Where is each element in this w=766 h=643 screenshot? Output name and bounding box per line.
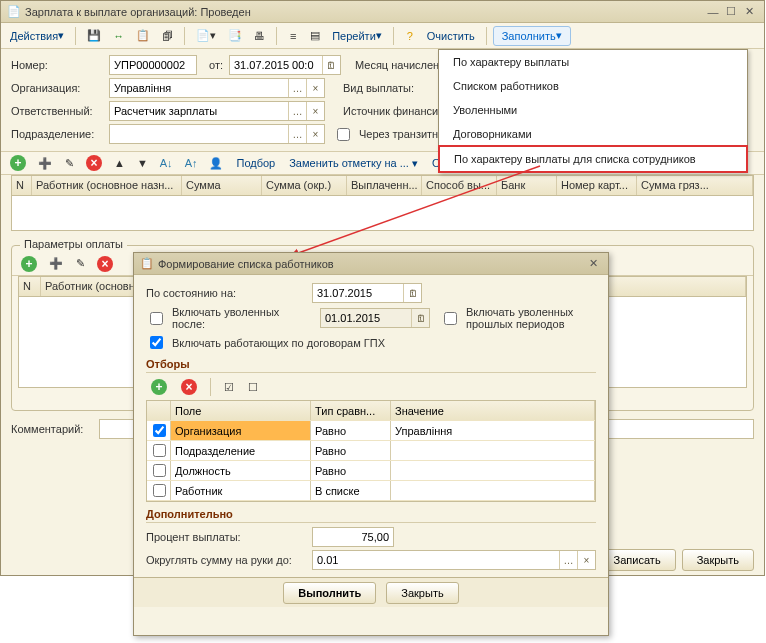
add-row-icon[interactable]: + [5, 153, 31, 173]
paytype-label: Вид выплаты: [343, 82, 414, 94]
minimize-button[interactable]: — [704, 6, 722, 18]
run-button[interactable]: Выполнить [283, 582, 376, 604]
sort-desc-icon[interactable]: A↑ [180, 153, 203, 173]
clear-icon[interactable]: × [306, 79, 324, 97]
clear-icon[interactable]: × [577, 551, 595, 569]
fill-by-paytype-for-list[interactable]: По характеру выплаты для списка сотрудни… [438, 145, 748, 173]
person-icon[interactable]: 👤 [204, 153, 228, 173]
filter-del-icon[interactable]: × [176, 377, 202, 397]
col-card[interactable]: Номер карт... [557, 176, 637, 195]
filter-row-org[interactable]: Организация Равно Управління [147, 421, 595, 441]
replace-mark-button[interactable]: Заменить отметку на ... ▾ [283, 157, 424, 170]
select-icon[interactable]: … [559, 551, 577, 569]
round-field[interactable]: …× [312, 550, 596, 570]
fcol-chk[interactable] [147, 401, 171, 420]
col-n[interactable]: N [12, 176, 32, 195]
fill-by-fired[interactable]: Уволенными [439, 98, 747, 122]
fcol-compare[interactable]: Тип сравн... [311, 401, 391, 420]
modal-title: Формирование списка работников [158, 258, 584, 270]
add-row-icon[interactable]: + [16, 254, 42, 274]
filter-dept-checkbox[interactable] [153, 444, 166, 457]
filter-employee-checkbox[interactable] [153, 484, 166, 497]
fill-by-employee-list[interactable]: Списком работников [439, 74, 747, 98]
filters-grid[interactable]: Поле Тип сравн... Значение Организация Р… [146, 400, 596, 502]
inc-fired-date-field[interactable]: 🗓 [320, 308, 430, 328]
app-icon: 📄 [7, 5, 21, 19]
filter-uncheck-icon[interactable]: ☐ [243, 377, 263, 397]
insert-row-icon[interactable]: ➕ [33, 153, 57, 173]
edit-row-icon[interactable]: ✎ [70, 254, 90, 274]
inc-fired-past-checkbox[interactable] [444, 312, 457, 325]
fcol-field[interactable]: Поле [171, 401, 311, 420]
transit-checkbox[interactable] [337, 128, 350, 141]
clear-button[interactable]: Очистить [422, 26, 480, 46]
filter-row-position[interactable]: Должность Равно [147, 461, 595, 481]
filter-org-checkbox[interactable] [153, 424, 166, 437]
edit-row-icon[interactable]: ✎ [59, 153, 79, 173]
help-icon[interactable]: ? [400, 26, 420, 46]
filter-position-checkbox[interactable] [153, 464, 166, 477]
maximize-button[interactable]: ☐ [722, 5, 740, 18]
modal-close-button[interactable]: Закрыть [386, 582, 458, 604]
filter-check-icon[interactable]: ☑ [219, 377, 239, 397]
calendar-icon[interactable]: 🗓 [403, 284, 421, 302]
select-icon[interactable]: … [288, 102, 306, 120]
col-sum-round[interactable]: Сумма (окр.) [262, 176, 347, 195]
list-icon[interactable]: ≡ [283, 26, 303, 46]
copy-doc-icon[interactable]: 📋 [131, 26, 155, 46]
asof-field[interactable]: 🗓 [312, 283, 422, 303]
inc-fired-checkbox[interactable] [150, 312, 163, 325]
org-field[interactable]: …× [109, 78, 325, 98]
date-field[interactable]: 🗓 [229, 55, 341, 75]
col-sum[interactable]: Сумма [182, 176, 262, 195]
selection-button[interactable]: Подбор [230, 157, 281, 169]
save-button[interactable]: Записать [599, 549, 676, 571]
subcol-n[interactable]: N [19, 277, 41, 296]
dept-field[interactable]: …× [109, 124, 325, 144]
pct-field[interactable] [312, 527, 394, 547]
fill-menu[interactable]: Заполнить ▾ [493, 26, 571, 46]
comment-label: Комментарий: [11, 423, 93, 435]
post-icon[interactable]: ↔ [108, 26, 129, 46]
report-icon[interactable]: 📑 [223, 26, 247, 46]
filter-row-employee[interactable]: Работник В списке [147, 481, 595, 501]
save-icon[interactable]: 💾 [82, 26, 106, 46]
fill-by-paytype[interactable]: По характеру выплаты [439, 50, 747, 74]
number-field[interactable] [109, 55, 197, 75]
insert-row-icon[interactable]: ➕ [44, 254, 68, 274]
col-paid[interactable]: Выплаченн... [347, 176, 422, 195]
calendar-icon[interactable]: 🗓 [322, 56, 340, 74]
pay-params-legend: Параметры оплаты [20, 238, 127, 250]
close-button[interactable]: ✕ [740, 5, 758, 18]
employees-grid[interactable]: N Работник (основное назн... Сумма Сумма… [11, 175, 754, 231]
calendar-icon[interactable]: 🗓 [411, 309, 429, 327]
col-employee[interactable]: Работник (основное назн... [32, 176, 182, 195]
modal-close-icon[interactable]: ✕ [584, 257, 602, 270]
undo-post-icon[interactable]: 🗐 [157, 26, 178, 46]
resp-field[interactable]: …× [109, 101, 325, 121]
delete-row-icon[interactable]: × [92, 254, 118, 274]
select-icon[interactable]: … [288, 79, 306, 97]
org-label: Организация: [11, 82, 103, 94]
delete-row-icon[interactable]: × [81, 153, 107, 173]
fcol-value[interactable]: Значение [391, 401, 595, 420]
fill-by-contractors[interactable]: Договорниками [439, 122, 747, 146]
struct-icon[interactable]: ▤ [305, 26, 325, 46]
select-icon[interactable]: … [288, 125, 306, 143]
clear-icon[interactable]: × [306, 125, 324, 143]
move-down-icon[interactable]: ▼ [132, 153, 153, 173]
print-icon[interactable]: 🖶 [249, 26, 270, 46]
col-bank[interactable]: Банк [497, 176, 557, 195]
actions-menu[interactable]: Действия ▾ [5, 26, 69, 46]
inc-gph-checkbox[interactable] [150, 336, 163, 349]
goto-menu[interactable]: Перейти ▾ [327, 26, 387, 46]
clear-icon[interactable]: × [306, 102, 324, 120]
close-button[interactable]: Закрыть [682, 549, 754, 571]
col-paymethod[interactable]: Способ вы... [422, 176, 497, 195]
filter-add-icon[interactable]: + [146, 377, 172, 397]
col-gross[interactable]: Сумма гряз... [637, 176, 753, 195]
move-up-icon[interactable]: ▲ [109, 153, 130, 173]
based-on-icon[interactable]: 📄▾ [191, 26, 221, 46]
filter-row-dept[interactable]: Подразделение Равно [147, 441, 595, 461]
sort-asc-icon[interactable]: A↓ [155, 153, 178, 173]
